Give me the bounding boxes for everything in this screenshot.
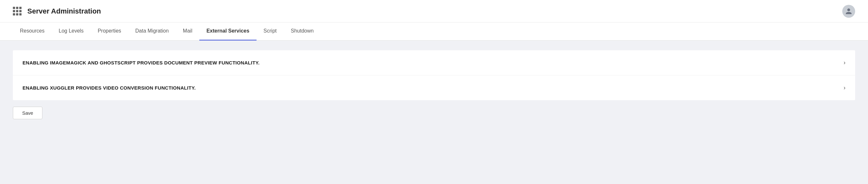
main-content: ENABLING IMAGEMAGICK AND GHOSTSCRIPT PRO… xyxy=(0,41,868,184)
section-list: ENABLING IMAGEMAGICK AND GHOSTSCRIPT PRO… xyxy=(13,50,855,100)
tab-script[interactable]: Script xyxy=(256,23,284,41)
nav-bar: Resources Log Levels Properties Data Mig… xyxy=(0,23,868,41)
save-button[interactable]: Save xyxy=(13,107,42,119)
tab-resources[interactable]: Resources xyxy=(13,23,52,41)
tab-shutdown[interactable]: Shutdown xyxy=(284,23,321,41)
user-avatar[interactable] xyxy=(842,5,855,18)
tab-properties[interactable]: Properties xyxy=(91,23,128,41)
imagemagick-chevron-icon: › xyxy=(843,59,845,66)
tab-data-migration[interactable]: Data Migration xyxy=(128,23,176,41)
tab-external-services[interactable]: External Services xyxy=(199,23,256,41)
app-title: Server Administration xyxy=(27,7,101,16)
xuggler-label: ENABLING XUGGLER PROVIDES VIDEO CONVERSI… xyxy=(23,85,196,90)
header: Server Administration xyxy=(0,0,868,23)
grid-menu-icon[interactable] xyxy=(13,7,22,16)
xuggler-chevron-icon: › xyxy=(843,84,845,91)
tab-log-levels[interactable]: Log Levels xyxy=(52,23,90,41)
tab-mail[interactable]: Mail xyxy=(176,23,199,41)
imagemagick-label: ENABLING IMAGEMAGICK AND GHOSTSCRIPT PRO… xyxy=(23,60,260,65)
header-left: Server Administration xyxy=(13,7,101,16)
imagemagick-section[interactable]: ENABLING IMAGEMAGICK AND GHOSTSCRIPT PRO… xyxy=(13,50,855,75)
xuggler-section[interactable]: ENABLING XUGGLER PROVIDES VIDEO CONVERSI… xyxy=(13,75,855,100)
